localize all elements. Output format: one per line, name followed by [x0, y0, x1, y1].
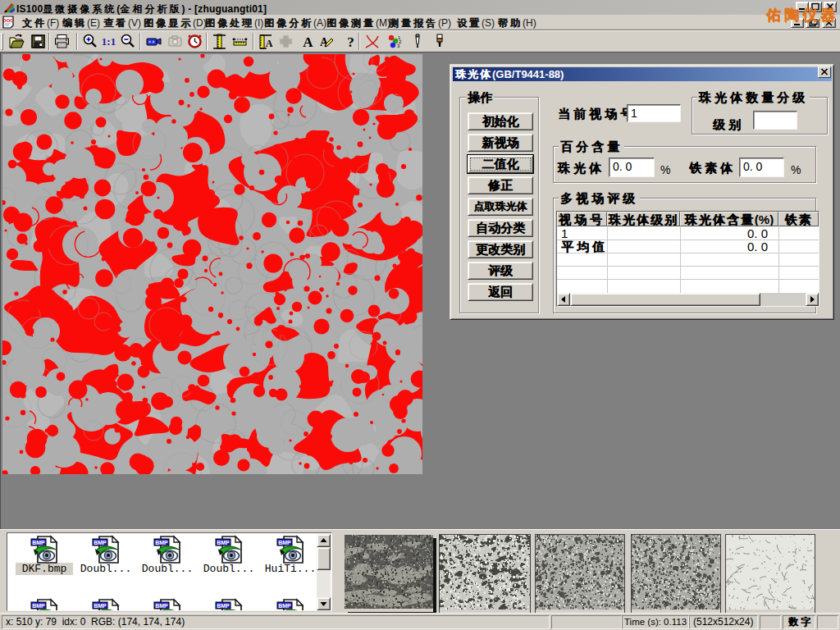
svg-text:A: A	[303, 34, 313, 50]
svg-text:BMP: BMP	[32, 603, 45, 609]
svg-text:A: A	[266, 38, 273, 49]
svg-text:DOC: DOC	[2, 18, 14, 23]
svg-text:BMP: BMP	[94, 540, 107, 546]
svg-text:BMP: BMP	[278, 603, 291, 609]
svg-text:BMP: BMP	[155, 603, 168, 609]
svg-text:1:1: 1:1	[102, 35, 116, 48]
svg-text:BMP: BMP	[217, 603, 230, 609]
svg-text:BMP: BMP	[94, 603, 107, 609]
svg-text:BMP: BMP	[32, 540, 45, 546]
svg-text:BMP: BMP	[155, 540, 168, 546]
svg-text:?: ?	[347, 34, 354, 50]
svg-text:BMP: BMP	[278, 540, 291, 546]
svg-text:BMP: BMP	[217, 540, 230, 546]
